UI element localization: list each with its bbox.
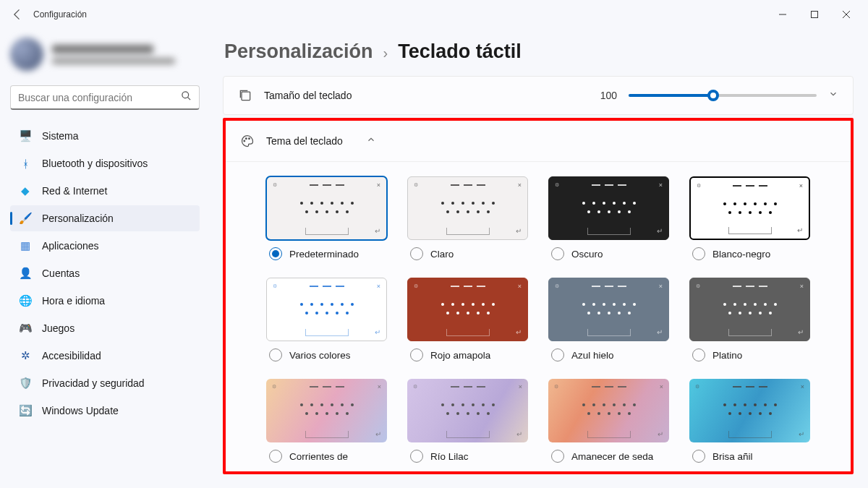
page-title: Teclado táctil [398,40,522,63]
nav-icon: 🎮 [19,322,32,335]
breadcrumb: Personalización › Teclado táctil [224,40,854,63]
window-title: Configuración [33,9,87,20]
nav-label: Privacidad y seguridad [42,377,145,389]
svg-point-2 [182,92,189,98]
theme-option[interactable]: ⚙×↵Oscuro [548,176,669,260]
theme-option[interactable]: ⚙×↵Corrientes de [266,379,387,463]
user-profile[interactable] [10,33,200,75]
keyboard-size-card[interactable]: Tamaño del teclado 100 [223,76,854,115]
theme-preview: ⚙×↵ [266,278,387,341]
theme-name: Río Lilac [430,451,469,462]
nav-label: Juegos [42,322,75,334]
nav-item-accesibilidad[interactable]: ✲Accesibilidad [10,343,200,369]
nav-icon: ᚼ [19,157,32,170]
theme-option[interactable]: ⚙×↵Predeterminado [266,176,387,260]
nav-icon: 🌐 [19,294,32,307]
nav-icon: 🖌️ [19,212,32,225]
nav-label: Aplicaciones [42,240,99,252]
nav-label: Bluetooth y dispositivos [42,158,148,169]
theme-option[interactable]: ⚙×↵Amanecer de seda [548,379,669,463]
slider-thumb[interactable] [707,90,719,101]
theme-option[interactable]: ⚙×↵Rojo amapola [407,278,528,361]
theme-radio[interactable] [410,247,423,260]
nav-item-juegos[interactable]: 🎮Juegos [10,315,200,341]
nav-item-personalizaci-n[interactable]: 🖌️Personalización [10,205,200,231]
close-button[interactable] [830,3,862,26]
size-value: 100 [600,90,617,101]
nav-item-bluetooth-y-dispositivos[interactable]: ᚼBluetooth y dispositivos [10,150,200,176]
minimize-button[interactable] [767,3,799,26]
theme-name: Platino [712,350,742,361]
nav-item-windows-update[interactable]: 🔄Windows Update [10,398,200,424]
theme-radio[interactable] [410,450,423,463]
breadcrumb-parent[interactable]: Personalización [224,40,373,63]
nav-item-privacidad-y-seguridad[interactable]: 🛡️Privacidad y seguridad [10,370,200,396]
collapse-theme-button[interactable] [366,134,376,147]
nav-item-hora-e-idioma[interactable]: 🌐Hora e idioma [10,288,200,314]
search-icon [181,90,192,104]
theme-name: Amanecer de seda [571,451,653,462]
sidebar: 🖥️SistemaᚼBluetooth y dispositivos◆Red &… [0,29,210,488]
theme-grid: ⚙×↵Predeterminado⚙×↵Claro⚙×↵Oscuro⚙×↵Bla… [226,162,851,471]
nav-item-red-internet[interactable]: ◆Red & Internet [10,178,200,204]
theme-section-header[interactable]: Tema del teclado [226,121,851,162]
svg-line-3 [187,97,190,100]
theme-option[interactable]: ⚙×↵Río Lilac [407,379,528,463]
chevron-up-icon [366,134,376,145]
theme-option[interactable]: ⚙×↵Brisa añil [689,379,810,463]
size-label: Tamaño del teclado [264,90,352,101]
maximize-button[interactable] [799,3,830,26]
theme-radio[interactable] [551,348,564,361]
theme-preview: ⚙×↵ [548,379,669,442]
close-icon [842,10,851,19]
theme-radio[interactable] [269,348,282,361]
theme-radio[interactable] [269,247,282,260]
title-bar: Configuración [0,0,868,29]
theme-radio[interactable] [269,450,282,463]
chevron-right-icon: › [383,45,388,61]
theme-radio[interactable] [551,247,564,260]
maximize-icon [810,10,819,19]
nav-icon: ✲ [19,349,32,362]
search-box[interactable] [10,85,200,110]
expand-size-button[interactable] [828,89,838,102]
theme-radio[interactable] [692,450,705,463]
theme-name: Oscuro [571,249,603,260]
theme-preview: ⚙×↵ [689,278,810,341]
nav-icon: ▦ [19,239,32,252]
nav-label: Accesibilidad [42,350,101,361]
theme-radio[interactable] [692,247,705,260]
nav-item-sistema[interactable]: 🖥️Sistema [10,123,200,149]
nav-item-aplicaciones[interactable]: ▦Aplicaciones [10,233,200,259]
theme-option[interactable]: ⚙×↵Platino [689,278,810,361]
theme-preview: ⚙×↵ [548,278,669,341]
theme-name: Rojo amapola [430,350,490,361]
theme-name: Brisa añil [712,451,753,462]
theme-preview: ⚙×↵ [407,278,528,341]
search-input[interactable] [18,92,181,103]
theme-option[interactable]: ⚙×↵Azul hielo [548,278,669,361]
nav-label: Hora e idioma [42,295,105,307]
svg-rect-4 [242,92,250,100]
size-slider[interactable] [629,88,817,103]
theme-radio[interactable] [410,348,423,361]
theme-preview: ⚙×↵ [407,379,528,442]
back-button[interactable] [6,3,29,26]
theme-label: Tema del teclado [266,135,343,147]
theme-radio[interactable] [692,348,705,361]
theme-option[interactable]: ⚙×↵Claro [407,176,528,260]
svg-point-5 [244,140,245,142]
nav-item-cuentas[interactable]: 👤Cuentas [10,260,200,286]
svg-rect-1 [812,12,818,18]
theme-preview: ⚙×↵ [689,176,810,240]
nav-icon: ◆ [19,184,32,197]
main-content: Personalización › Teclado táctil Tamaño … [210,29,868,488]
theme-preview: ⚙×↵ [266,176,387,240]
theme-radio[interactable] [551,450,564,463]
minimize-icon [778,10,787,19]
theme-name: Varios colores [289,350,351,361]
theme-option[interactable]: ⚙×↵Varios colores [266,278,387,361]
nav-icon: 🔄 [19,404,32,417]
theme-option[interactable]: ⚙×↵Blanco-negro [689,176,810,260]
theme-name: Predeterminado [289,249,359,260]
